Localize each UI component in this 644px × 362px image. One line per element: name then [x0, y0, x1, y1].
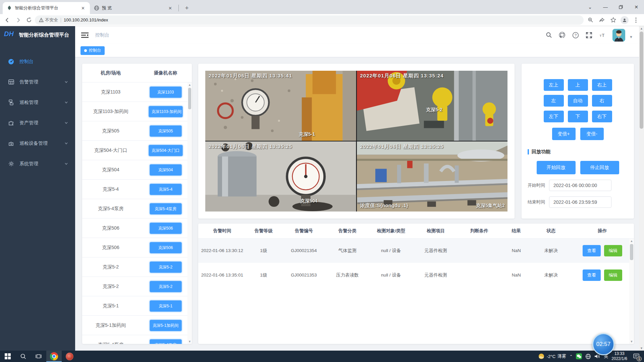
scroll-up-icon[interactable]: ▲: [188, 83, 191, 86]
sidebar-item-告警管理[interactable]: 告警管理: [0, 72, 75, 92]
scroll-down-icon[interactable]: ▼: [640, 347, 643, 350]
new-tab-button[interactable]: +: [182, 3, 192, 13]
end-time-input[interactable]: 2022-01-06 23:59:59: [549, 196, 611, 208]
avatar-caret-icon[interactable]: ▼: [629, 35, 633, 39]
tab-close-icon[interactable]: ✕: [167, 5, 173, 11]
browser-tab-platform[interactable]: 智能分析综合管理平台 ✕: [3, 2, 90, 14]
action-center-icon[interactable]: 1: [631, 351, 642, 362]
ptz-button-右下[interactable]: 右下: [592, 111, 612, 122]
sidebar-item-控制台[interactable]: 控制台: [0, 51, 75, 72]
network-globe-icon[interactable]: [585, 354, 591, 359]
weather-widget[interactable]: -2°C 薄雾: [538, 353, 566, 360]
zoom-out-button[interactable]: 变倍-: [580, 128, 604, 140]
camera-feed-3[interactable]: 2022年01月06日 星期四 13:35:25 克深504: [205, 141, 356, 212]
camera-select-button[interactable]: 克深504-大门口: [149, 145, 183, 156]
camera-feed-1[interactable]: 2022年01月06日 星期四 13:35:41 克深5-1: [205, 71, 356, 141]
scroll-down-icon[interactable]: ▼: [188, 340, 191, 343]
edit-button[interactable]: 编辑: [604, 269, 622, 281]
sidebar-item-巡检设备管理[interactable]: 巡检设备管理: [0, 133, 75, 154]
tag-dot-icon: [84, 49, 87, 52]
browser-profile-icon[interactable]: [621, 16, 629, 24]
camera-select-button[interactable]: 克深505: [150, 125, 182, 137]
camera-feed-2[interactable]: 2022年01月06日 星期四 13:35:24 克深5-2: [357, 71, 508, 141]
sidebar-item-系统管理[interactable]: 系统管理: [0, 154, 75, 174]
camera-select-button[interactable]: 克深5-1: [150, 300, 182, 312]
taskbar-clock[interactable]: 13:33 2022/1/6: [611, 351, 627, 361]
stop-playback-button[interactable]: 停止回放: [580, 161, 619, 174]
camera-select-button[interactable]: 克深5-1加药间: [150, 320, 182, 331]
tray-expand-icon[interactable]: ⌃: [570, 354, 573, 359]
view-button[interactable]: 查看: [583, 245, 601, 256]
user-avatar[interactable]: [612, 29, 625, 42]
forward-icon[interactable]: [13, 15, 23, 25]
security-warning[interactable]: 不安全: [39, 17, 58, 23]
ptz-button-下[interactable]: 下: [568, 111, 588, 122]
camera-site-label: 克深506: [82, 225, 139, 231]
scroll-down-icon[interactable]: ▼: [630, 340, 633, 343]
fullscreen-icon[interactable]: [586, 32, 592, 39]
back-icon[interactable]: [3, 15, 12, 25]
ptz-button-上[interactable]: 上: [568, 79, 588, 91]
camera-select-button[interactable]: 克深504: [150, 164, 182, 176]
share-icon[interactable]: [598, 16, 606, 24]
url-text[interactable]: 100.100.200.101/index: [64, 17, 108, 22]
window-close-button[interactable]: ✕: [629, 0, 644, 14]
bookmark-star-icon[interactable]: [609, 16, 617, 24]
scroll-thumb[interactable]: [188, 88, 191, 109]
help-question-icon[interactable]: ?: [572, 32, 579, 39]
start-playback-button[interactable]: 开始回放: [537, 161, 576, 174]
scroll-up-icon[interactable]: ▲: [640, 27, 643, 30]
address-bar[interactable]: 不安全 100.100.200.101/index: [35, 15, 584, 25]
camera-select-button[interactable]: 克深5-2: [150, 281, 182, 292]
camera-select-button[interactable]: 克深5-2: [150, 261, 182, 273]
page-zoom-icon[interactable]: [586, 16, 594, 24]
camera-feed-4[interactable]: 2022年01月06日 星期四 13:35:25 浓度值:S{nongdu .1…: [357, 141, 508, 212]
route-tag-console[interactable]: 控制台: [80, 46, 105, 55]
recording-timer-bubble[interactable]: 02:57: [592, 333, 614, 355]
font-size-icon[interactable]: TT: [599, 32, 606, 39]
wechat-tray-icon[interactable]: [576, 353, 582, 359]
camera-select-button[interactable]: 克深5-4: [150, 184, 182, 195]
start-button[interactable]: [0, 351, 15, 362]
ptz-button-左[interactable]: 左: [544, 95, 564, 107]
breadcrumb[interactable]: 控制台: [95, 32, 109, 38]
ptz-button-右上[interactable]: 右上: [592, 79, 612, 91]
zoom-in-button[interactable]: 变倍+: [552, 128, 576, 140]
camera-select-button[interactable]: 克深5-4泵房: [150, 203, 182, 215]
camera-select-button[interactable]: 克深506: [150, 242, 182, 253]
ptz-button-右[interactable]: 右: [592, 95, 612, 107]
chrome-taskbar-icon[interactable]: [46, 351, 62, 362]
scroll-thumb[interactable]: [640, 32, 643, 129]
browser-menu-icon[interactable]: [632, 16, 640, 24]
ptz-button-自动[interactable]: 自动: [568, 95, 588, 107]
reload-icon[interactable]: [24, 15, 34, 25]
window-restore-button[interactable]: [613, 0, 629, 14]
view-button[interactable]: 查看: [583, 269, 601, 281]
camera-select-button[interactable]: 克深506: [150, 223, 182, 234]
camera-select-button[interactable]: 克深5-4泵房: [150, 339, 182, 344]
browser-tab-preview[interactable]: 预 览 ✕: [90, 2, 177, 14]
camera-select-button[interactable]: 克深1103: [150, 86, 182, 98]
tab-close-icon[interactable]: ✕: [80, 5, 86, 11]
search-icon[interactable]: [545, 32, 552, 39]
page-scrollbar[interactable]: ▲ ▼: [639, 26, 644, 351]
start-time-input[interactable]: 2022-01-06 00:00:00: [549, 180, 611, 191]
edit-button[interactable]: 编辑: [604, 245, 622, 256]
hamburger-icon[interactable]: [81, 32, 89, 38]
tab-search-chevron-icon[interactable]: ⌄: [582, 0, 598, 14]
ptz-button-左下[interactable]: 左下: [544, 111, 564, 122]
taskbar-search-icon[interactable]: [15, 351, 31, 362]
window-minimize-button[interactable]: —: [598, 0, 613, 14]
ptz-button-左上[interactable]: 左上: [544, 79, 564, 91]
sidebar-item-label: 系统管理: [19, 161, 59, 167]
sidebar-item-资产管理[interactable]: 资产管理: [0, 113, 75, 133]
sidebar-item-巡检管理[interactable]: 巡检管理: [0, 92, 75, 113]
camera-list-scrollbar[interactable]: ▲ ▼: [187, 82, 192, 344]
scroll-thumb[interactable]: [630, 244, 633, 260]
red-app-icon[interactable]: [62, 351, 77, 362]
task-view-icon[interactable]: [31, 351, 46, 362]
github-icon[interactable]: [559, 32, 566, 39]
scroll-up-icon[interactable]: ▲: [630, 239, 633, 243]
alarm-table-scrollbar[interactable]: ▲ ▼: [629, 239, 634, 344]
camera-select-button[interactable]: 克深1103-加药间: [149, 106, 183, 117]
